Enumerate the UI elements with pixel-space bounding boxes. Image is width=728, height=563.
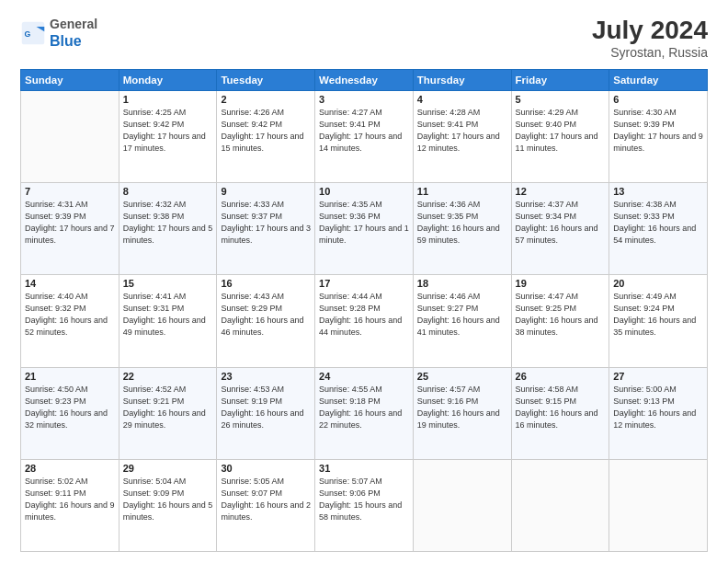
table-row: 5Sunrise: 4:29 AM Sunset: 9:40 PM Daylig… bbox=[511, 90, 609, 182]
logo-blue: Blue bbox=[50, 33, 82, 49]
table-row: 24Sunrise: 4:55 AM Sunset: 9:18 PM Dayli… bbox=[315, 367, 414, 459]
day-info: Sunrise: 4:35 AM Sunset: 9:36 PM Dayligh… bbox=[319, 199, 409, 247]
day-number: 30 bbox=[221, 463, 311, 474]
day-number: 11 bbox=[417, 186, 507, 197]
table-row: 15Sunrise: 4:41 AM Sunset: 9:31 PM Dayli… bbox=[119, 275, 217, 367]
table-row: 12Sunrise: 4:37 AM Sunset: 9:34 PM Dayli… bbox=[511, 183, 609, 275]
table-row: 30Sunrise: 5:05 AM Sunset: 9:07 PM Dayli… bbox=[217, 459, 315, 551]
day-info: Sunrise: 4:30 AM Sunset: 9:39 PM Dayligh… bbox=[613, 107, 703, 155]
day-number: 28 bbox=[25, 463, 115, 474]
day-number: 23 bbox=[221, 371, 311, 382]
day-info: Sunrise: 5:04 AM Sunset: 9:09 PM Dayligh… bbox=[123, 476, 213, 523]
day-number: 1 bbox=[123, 94, 213, 105]
col-friday: Friday bbox=[511, 69, 609, 90]
calendar-page: G General Blue July 2024 Syrostan, Russi… bbox=[0, 0, 728, 563]
table-row: 19Sunrise: 4:47 AM Sunset: 9:25 PM Dayli… bbox=[511, 275, 609, 367]
day-number: 29 bbox=[123, 463, 213, 474]
day-number: 15 bbox=[123, 278, 213, 289]
svg-text:G: G bbox=[24, 29, 30, 38]
day-number: 7 bbox=[25, 186, 115, 197]
table-row: 17Sunrise: 4:44 AM Sunset: 9:28 PM Dayli… bbox=[315, 275, 414, 367]
day-info: Sunrise: 4:44 AM Sunset: 9:28 PM Dayligh… bbox=[319, 291, 409, 339]
table-row bbox=[511, 459, 609, 551]
day-info: Sunrise: 4:43 AM Sunset: 9:29 PM Dayligh… bbox=[221, 291, 311, 339]
day-number: 5 bbox=[516, 94, 606, 105]
day-number: 20 bbox=[613, 278, 703, 289]
table-row: 6Sunrise: 4:30 AM Sunset: 9:39 PM Daylig… bbox=[609, 90, 708, 182]
table-row: 16Sunrise: 4:43 AM Sunset: 9:29 PM Dayli… bbox=[217, 275, 315, 367]
day-number: 27 bbox=[613, 371, 703, 382]
table-row: 7Sunrise: 4:31 AM Sunset: 9:39 PM Daylig… bbox=[21, 183, 119, 275]
day-info: Sunrise: 4:33 AM Sunset: 9:37 PM Dayligh… bbox=[221, 199, 311, 247]
table-row: 25Sunrise: 4:57 AM Sunset: 9:16 PM Dayli… bbox=[413, 367, 511, 459]
day-info: Sunrise: 4:49 AM Sunset: 9:24 PM Dayligh… bbox=[613, 291, 703, 339]
day-info: Sunrise: 4:38 AM Sunset: 9:33 PM Dayligh… bbox=[613, 199, 703, 247]
table-row: 20Sunrise: 4:49 AM Sunset: 9:24 PM Dayli… bbox=[609, 275, 708, 367]
table-row: 10Sunrise: 4:35 AM Sunset: 9:36 PM Dayli… bbox=[315, 183, 414, 275]
location-subtitle: Syrostan, Russia bbox=[592, 45, 708, 60]
table-row: 23Sunrise: 4:53 AM Sunset: 9:19 PM Dayli… bbox=[217, 367, 315, 459]
table-row: 2Sunrise: 4:26 AM Sunset: 9:42 PM Daylig… bbox=[217, 90, 315, 182]
table-row bbox=[21, 90, 119, 182]
table-row: 29Sunrise: 5:04 AM Sunset: 9:09 PM Dayli… bbox=[119, 459, 217, 551]
day-number: 24 bbox=[319, 371, 409, 382]
table-row: 31Sunrise: 5:07 AM Sunset: 9:06 PM Dayli… bbox=[315, 459, 414, 551]
table-row: 27Sunrise: 5:00 AM Sunset: 9:13 PM Dayli… bbox=[609, 367, 708, 459]
logo-text: General Blue bbox=[50, 17, 97, 50]
logo-general: General bbox=[50, 17, 97, 31]
title-area: July 2024 Syrostan, Russia bbox=[592, 17, 708, 60]
day-info: Sunrise: 4:58 AM Sunset: 9:15 PM Dayligh… bbox=[516, 384, 606, 431]
day-number: 21 bbox=[25, 371, 115, 382]
col-monday: Monday bbox=[119, 69, 217, 90]
day-info: Sunrise: 5:02 AM Sunset: 9:11 PM Dayligh… bbox=[25, 476, 115, 523]
day-number: 19 bbox=[516, 278, 606, 289]
day-info: Sunrise: 4:52 AM Sunset: 9:21 PM Dayligh… bbox=[123, 384, 213, 431]
day-info: Sunrise: 4:55 AM Sunset: 9:18 PM Dayligh… bbox=[319, 384, 409, 431]
table-row: 1Sunrise: 4:25 AM Sunset: 9:42 PM Daylig… bbox=[119, 90, 217, 182]
col-saturday: Saturday bbox=[609, 69, 708, 90]
calendar-week-row: 1Sunrise: 4:25 AM Sunset: 9:42 PM Daylig… bbox=[21, 90, 708, 182]
table-row bbox=[413, 459, 511, 551]
calendar-header-row: Sunday Monday Tuesday Wednesday Thursday… bbox=[21, 69, 708, 90]
table-row: 21Sunrise: 4:50 AM Sunset: 9:23 PM Dayli… bbox=[21, 367, 119, 459]
day-number: 31 bbox=[319, 463, 409, 474]
table-row: 26Sunrise: 4:58 AM Sunset: 9:15 PM Dayli… bbox=[511, 367, 609, 459]
day-number: 4 bbox=[417, 94, 507, 105]
day-info: Sunrise: 4:31 AM Sunset: 9:39 PM Dayligh… bbox=[25, 199, 115, 247]
day-info: Sunrise: 4:46 AM Sunset: 9:27 PM Dayligh… bbox=[417, 291, 507, 339]
day-info: Sunrise: 4:29 AM Sunset: 9:40 PM Dayligh… bbox=[516, 107, 606, 155]
calendar-week-row: 7Sunrise: 4:31 AM Sunset: 9:39 PM Daylig… bbox=[21, 183, 708, 275]
day-info: Sunrise: 4:27 AM Sunset: 9:41 PM Dayligh… bbox=[319, 107, 409, 155]
logo-icon: G bbox=[20, 20, 46, 46]
calendar-week-row: 28Sunrise: 5:02 AM Sunset: 9:11 PM Dayli… bbox=[21, 459, 708, 551]
col-tuesday: Tuesday bbox=[217, 69, 315, 90]
day-number: 10 bbox=[319, 186, 409, 197]
table-row: 13Sunrise: 4:38 AM Sunset: 9:33 PM Dayli… bbox=[609, 183, 708, 275]
table-row: 3Sunrise: 4:27 AM Sunset: 9:41 PM Daylig… bbox=[315, 90, 414, 182]
day-number: 26 bbox=[516, 371, 606, 382]
day-number: 16 bbox=[221, 278, 311, 289]
day-info: Sunrise: 4:41 AM Sunset: 9:31 PM Dayligh… bbox=[123, 291, 213, 339]
day-info: Sunrise: 4:53 AM Sunset: 9:19 PM Dayligh… bbox=[221, 384, 311, 431]
day-info: Sunrise: 4:57 AM Sunset: 9:16 PM Dayligh… bbox=[417, 384, 507, 431]
day-info: Sunrise: 5:05 AM Sunset: 9:07 PM Dayligh… bbox=[221, 476, 311, 523]
page-header: G General Blue July 2024 Syrostan, Russi… bbox=[20, 17, 708, 60]
day-info: Sunrise: 4:25 AM Sunset: 9:42 PM Dayligh… bbox=[123, 107, 213, 155]
logo: G General Blue bbox=[20, 17, 97, 50]
calendar-table: Sunday Monday Tuesday Wednesday Thursday… bbox=[20, 69, 708, 552]
table-row: 22Sunrise: 4:52 AM Sunset: 9:21 PM Dayli… bbox=[119, 367, 217, 459]
day-number: 12 bbox=[516, 186, 606, 197]
calendar-week-row: 14Sunrise: 4:40 AM Sunset: 9:32 PM Dayli… bbox=[21, 275, 708, 367]
table-row: 28Sunrise: 5:02 AM Sunset: 9:11 PM Dayli… bbox=[21, 459, 119, 551]
day-info: Sunrise: 4:26 AM Sunset: 9:42 PM Dayligh… bbox=[221, 107, 311, 155]
col-sunday: Sunday bbox=[21, 69, 119, 90]
day-number: 3 bbox=[319, 94, 409, 105]
month-year-title: July 2024 bbox=[592, 17, 708, 45]
day-number: 9 bbox=[221, 186, 311, 197]
table-row: 18Sunrise: 4:46 AM Sunset: 9:27 PM Dayli… bbox=[413, 275, 511, 367]
calendar-week-row: 21Sunrise: 4:50 AM Sunset: 9:23 PM Dayli… bbox=[21, 367, 708, 459]
day-info: Sunrise: 4:50 AM Sunset: 9:23 PM Dayligh… bbox=[25, 384, 115, 431]
table-row: 14Sunrise: 4:40 AM Sunset: 9:32 PM Dayli… bbox=[21, 275, 119, 367]
table-row: 11Sunrise: 4:36 AM Sunset: 9:35 PM Dayli… bbox=[413, 183, 511, 275]
day-number: 25 bbox=[417, 371, 507, 382]
